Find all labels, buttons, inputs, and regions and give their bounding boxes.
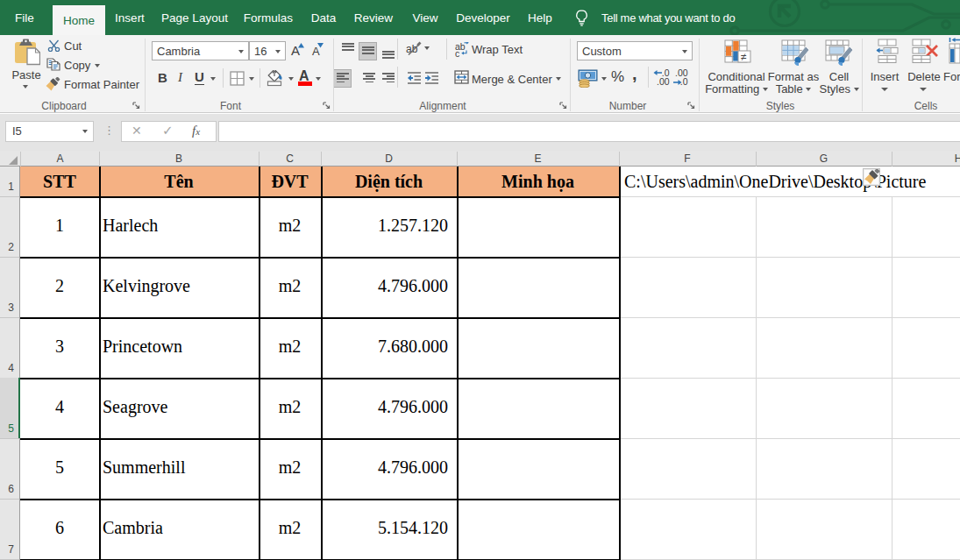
svg-text:c: c	[455, 48, 459, 58]
svg-text:ab: ab	[406, 43, 418, 55]
svg-text:≠: ≠	[741, 51, 747, 63]
